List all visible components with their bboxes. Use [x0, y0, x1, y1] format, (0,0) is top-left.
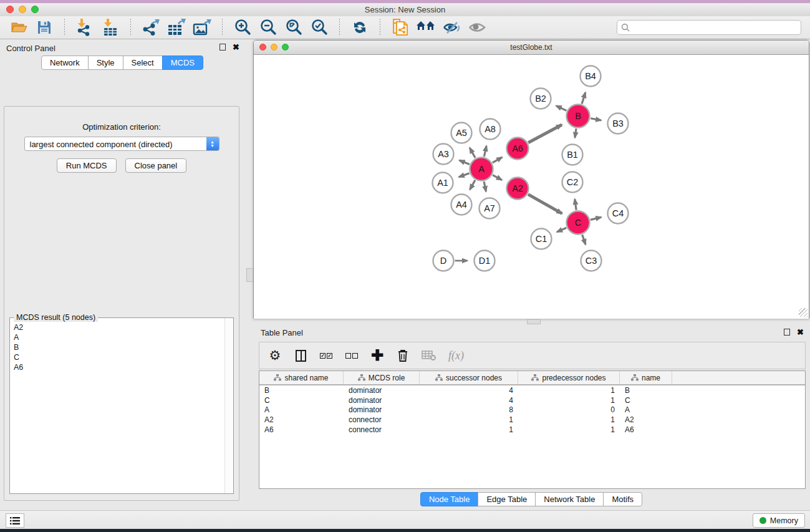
float-panel-icon[interactable] [219, 44, 226, 51]
graph-node-B[interactable]: B [567, 105, 590, 128]
graph-node-B3[interactable]: B3 [608, 114, 629, 134]
tab-style[interactable]: Style [88, 56, 123, 70]
eye-icon[interactable] [467, 18, 487, 37]
window-resize-grip[interactable] [799, 308, 808, 317]
table-row[interactable]: A2connector11A2 [259, 415, 805, 425]
zoom-selected-icon[interactable] [309, 18, 329, 37]
tab-mcds[interactable]: MCDS [162, 56, 203, 70]
graph-node-A1[interactable]: A1 [433, 173, 453, 193]
graph-node-C2[interactable]: C2 [562, 172, 583, 193]
column-header-successor-nodes[interactable]: successor nodes [420, 371, 518, 384]
search-field[interactable] [617, 20, 801, 35]
table-cell: A6 [259, 425, 344, 434]
network-view-window: testGlobe.txt B4B2BB3A8A5A6B1A3AC2A1A2A4… [253, 40, 809, 319]
close-table-panel-icon[interactable]: ✖ [797, 329, 804, 336]
result-list-item[interactable]: C [14, 352, 224, 362]
run-mcds-button[interactable]: Run MCDS [57, 158, 117, 173]
zoom-out-icon[interactable] [258, 18, 278, 37]
add-icon[interactable]: ✚ [370, 347, 384, 364]
table-row[interactable]: A6connector11A6 [259, 425, 805, 435]
export-network-icon[interactable] [141, 18, 161, 37]
select-all-icon[interactable]: ✓✓ [319, 347, 333, 364]
search-input[interactable] [632, 22, 797, 32]
graph-node-A6[interactable]: A6 [507, 138, 529, 160]
result-list-item[interactable]: A [14, 332, 224, 342]
graph-node-B1[interactable]: B1 [562, 145, 583, 165]
gear-icon[interactable]: ⚙ [268, 347, 282, 364]
column-type-icon [435, 374, 443, 381]
graph-node-A2[interactable]: A2 [507, 178, 529, 200]
delete-table-icon[interactable] [422, 347, 436, 364]
save-session-icon[interactable] [34, 18, 54, 37]
column-header-name[interactable]: name [620, 371, 672, 384]
optimization-criterion-dropdown[interactable]: largest connected component (directed) ▲… [24, 137, 219, 151]
tab-edge-table[interactable]: Edge Table [478, 492, 536, 506]
function-icon[interactable]: f(x) [448, 347, 464, 364]
refresh-icon[interactable] [350, 18, 370, 37]
control-panel-title: Control Panel [6, 44, 55, 53]
column-header-shared-name[interactable]: shared name [259, 371, 344, 384]
table-cell: 4 [420, 386, 518, 395]
graph-node-C4[interactable]: C4 [608, 203, 629, 224]
column-header-predecessor-nodes[interactable]: predecessor nodes [518, 371, 620, 384]
graph-node-B4[interactable]: B4 [581, 66, 601, 87]
graph-node-A5[interactable]: A5 [451, 123, 472, 143]
graph-edge-B-B1 [575, 128, 576, 137]
graph-node-A8[interactable]: A8 [480, 119, 501, 140]
network-file-icon[interactable] [390, 18, 410, 37]
result-list-item[interactable]: A2 [14, 322, 224, 332]
list-icon [10, 516, 20, 525]
graph-node-A[interactable]: A [470, 158, 493, 181]
tab-select[interactable]: Select [123, 56, 163, 70]
mcds-result-list[interactable]: A2ABCA6 [11, 321, 224, 493]
mcds-result-group: MCDS result (5 nodes) A2ABCA6 [9, 317, 234, 494]
optimization-criterion-label: Optimization criterion: [4, 122, 239, 132]
home-icon[interactable] [416, 18, 436, 37]
column-header-MCDS-role[interactable]: MCDS role [344, 371, 420, 384]
graph-node-A4[interactable]: A4 [451, 195, 472, 215]
tab-network-table[interactable]: Network Table [535, 492, 604, 506]
tab-node-table[interactable]: Node Table [420, 492, 479, 506]
result-list-item[interactable]: B [14, 342, 224, 352]
graph-node-C3[interactable]: C3 [581, 251, 602, 271]
graph-node-C[interactable]: C [567, 211, 590, 235]
graph-node-C1[interactable]: C1 [531, 229, 552, 249]
graph-node-label: A4 [456, 200, 467, 210]
network-canvas[interactable]: B4B2BB3A8A5A6B1A3AC2A1A2A4A7C4CC1C3DD1 [254, 55, 809, 319]
graph-node-A7[interactable]: A7 [480, 198, 500, 219]
graph-node-D1[interactable]: D1 [475, 251, 495, 271]
import-table-icon[interactable] [100, 18, 120, 37]
export-table-icon[interactable] [166, 18, 186, 37]
result-list-item[interactable]: A6 [14, 362, 224, 372]
import-network-icon[interactable] [75, 18, 95, 37]
float-table-panel-icon[interactable] [784, 329, 790, 336]
close-panel-icon[interactable]: ✖ [233, 44, 239, 51]
toolbar-separator [130, 19, 131, 36]
table-header-row: shared nameMCDS rolesuccessor nodesprede… [259, 371, 805, 385]
delete-icon[interactable] [396, 347, 410, 364]
table-row[interactable]: Bdominator41B [259, 385, 805, 395]
graph-node-D[interactable]: D [433, 251, 454, 271]
network-window-titlebar[interactable]: testGlobe.txt [254, 41, 809, 55]
table-cell: dominator [344, 405, 420, 414]
zoom-in-icon[interactable] [233, 18, 253, 37]
open-file-icon[interactable] [9, 18, 29, 37]
tab-motifs[interactable]: Motifs [603, 492, 642, 506]
table-row[interactable]: Adominator80A [259, 405, 805, 415]
table-row[interactable]: Cdominator41C [259, 395, 805, 405]
vertical-splitter-handle[interactable] [246, 268, 253, 282]
memory-button[interactable]: Memory [753, 513, 805, 528]
hide-eye-icon[interactable] [441, 18, 461, 37]
zoom-fit-icon[interactable] [284, 18, 304, 37]
result-scrollbar[interactable] [224, 318, 233, 493]
table-cell: 1 [518, 415, 620, 424]
deselect-all-icon[interactable] [345, 347, 359, 364]
columns-icon[interactable] [294, 347, 307, 364]
tab-network[interactable]: Network [41, 56, 89, 70]
graph-node-B2[interactable]: B2 [531, 89, 551, 109]
task-list-button[interactable] [6, 513, 24, 528]
close-panel-button[interactable]: Close panel [125, 158, 187, 173]
graph-node-A3[interactable]: A3 [433, 144, 454, 165]
main-titlebar: Session: New Session [0, 3, 810, 17]
export-image-icon[interactable] [192, 18, 212, 37]
